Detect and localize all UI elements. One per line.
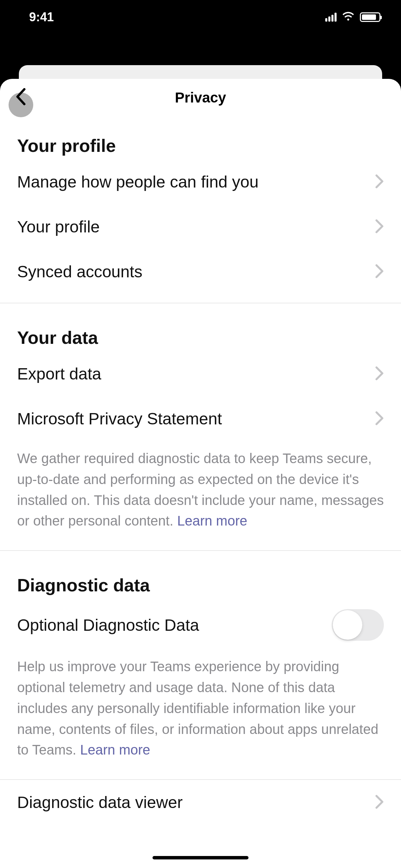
chevron-right-icon (375, 795, 384, 810)
row-synced-accounts[interactable]: Synced accounts (0, 249, 401, 294)
row-label: Manage how people can find you (17, 172, 259, 191)
row-optional-diagnostic: Optional Diagnostic Data (0, 599, 401, 649)
row-label: Export data (17, 364, 101, 383)
diagnostic-description: We gather required diagnostic data to ke… (0, 441, 401, 542)
chevron-right-icon (375, 174, 384, 190)
chevron-right-icon (375, 264, 384, 280)
row-manage-find-you[interactable]: Manage how people can find you (0, 159, 401, 204)
toggle-optional-diagnostic[interactable] (332, 609, 384, 641)
status-bar: 9:41 (0, 0, 401, 34)
home-indicator[interactable] (153, 856, 248, 859)
row-privacy-statement[interactable]: Microsoft Privacy Statement (0, 396, 401, 441)
status-icons (325, 10, 380, 24)
status-time: 9:41 (29, 10, 54, 24)
row-diagnostic-data-viewer[interactable]: Diagnostic data viewer (0, 780, 401, 825)
chevron-right-icon (375, 219, 384, 235)
chevron-right-icon (375, 411, 384, 427)
battery-icon (360, 12, 380, 22)
optional-diagnostic-description: Help us improve your Teams experience by… (0, 649, 401, 771)
row-your-profile[interactable]: Your profile (0, 204, 401, 249)
cellular-signal-icon (325, 13, 337, 22)
row-label: Diagnostic data viewer (17, 793, 183, 812)
learn-more-link[interactable]: Learn more (177, 513, 247, 528)
row-label: Your profile (17, 217, 100, 236)
nav-header: Privacy (0, 79, 401, 117)
row-label: Optional Diagnostic Data (17, 616, 199, 635)
section-header-diagnostic: Diagnostic data (0, 551, 401, 599)
chevron-right-icon (375, 366, 384, 382)
row-export-data[interactable]: Export data (0, 351, 401, 396)
wifi-icon (342, 10, 354, 24)
section-header-data: Your data (0, 303, 401, 351)
learn-more-link[interactable]: Learn more (80, 742, 150, 757)
row-label: Microsoft Privacy Statement (17, 409, 222, 428)
page-title: Privacy (175, 89, 226, 106)
chevron-left-icon (16, 88, 26, 107)
description-text: Help us improve your Teams experience by… (17, 659, 378, 757)
section-header-profile: Your profile (0, 117, 401, 159)
back-button[interactable] (9, 85, 33, 110)
row-label: Synced accounts (17, 262, 143, 281)
settings-sheet: Privacy Your profile Manage how people c… (0, 79, 401, 868)
